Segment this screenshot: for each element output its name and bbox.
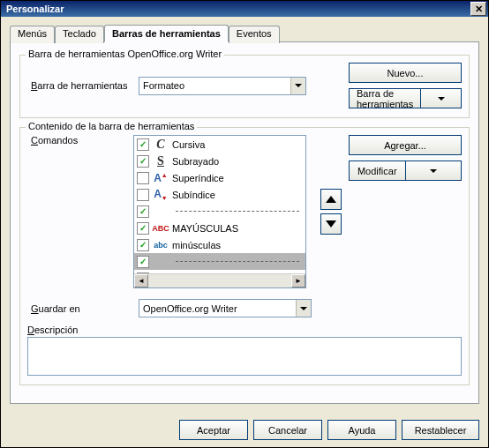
close-button[interactable]: ✕ (470, 2, 486, 16)
list-item[interactable]: A▼ Subíndice (134, 186, 305, 203)
toolbar-label: Barra de herramientas (27, 80, 133, 91)
tab-menus[interactable]: Menús (10, 26, 55, 43)
tab-barras[interactable]: Barras de herramientas (104, 25, 229, 42)
chevron-down-icon (406, 161, 463, 181)
commands-label: Comandos (27, 135, 133, 146)
separator-icon (176, 261, 299, 262)
save-in-select[interactable]: OpenOffice.org Writer (139, 299, 312, 317)
list-item-separator[interactable]: ✓ (134, 203, 305, 220)
checkbox[interactable]: ✓ (137, 155, 149, 168)
content-group-legend: Contenido de la barra de herramientas (26, 121, 197, 131)
checkbox[interactable] (137, 189, 149, 201)
save-in-label: Guardar en (27, 303, 133, 314)
tab-strip: Menús Teclado Barras de herramientas Eve… (10, 24, 479, 41)
horizontal-scrollbar[interactable]: ◄ ► (134, 273, 305, 287)
modify-button[interactable]: Modificar (349, 161, 462, 181)
toolbar-menu-button[interactable]: Barra de herramientas (349, 88, 462, 108)
new-button[interactable]: Nuevo... (349, 63, 462, 83)
tab-teclado[interactable]: Teclado (55, 26, 104, 43)
chevron-down-icon (421, 88, 462, 108)
titlebar: Personalizar ✕ (1, 1, 488, 17)
save-in-value: OpenOffice.org Writer (139, 303, 296, 314)
checkbox[interactable]: ✓ (137, 239, 149, 251)
commands-list: ✓ C Cursiva ✓ S Subrayado A (134, 136, 305, 273)
checkbox[interactable]: ✓ (137, 138, 149, 151)
ok-button[interactable]: Aceptar (179, 420, 248, 440)
checkbox[interactable]: ✓ (137, 222, 149, 235)
content-group: Contenido de la barra de herramientas Co… (19, 127, 470, 385)
checkbox[interactable]: ✓ (137, 256, 149, 268)
list-item[interactable]: ✓ S Subrayado (134, 153, 305, 169)
content-area: Menús Teclado Barras de herramientas Eve… (1, 17, 488, 413)
help-button[interactable]: Ayuda (327, 420, 396, 440)
toolbar-select[interactable]: Formateo (139, 77, 306, 95)
toolbar-group: Barra de herramientas OpenOffice.org Wri… (19, 55, 470, 118)
scroll-right-icon[interactable]: ► (291, 274, 305, 287)
scroll-left-icon[interactable]: ◄ (134, 274, 148, 287)
checkbox[interactable] (137, 172, 149, 184)
dropdown-icon (290, 78, 305, 94)
lowercase-icon: abc (153, 241, 169, 250)
checkbox[interactable]: ✓ (137, 205, 149, 218)
italic-icon: C (153, 138, 169, 152)
arrow-up-icon (326, 196, 336, 203)
superscript-icon: A▲ (153, 172, 169, 184)
cancel-button[interactable]: Cancelar (253, 420, 322, 440)
move-down-button[interactable] (320, 213, 342, 235)
dropdown-icon (296, 300, 311, 317)
list-item[interactable]: ✓ C Cursiva (134, 136, 305, 153)
arrow-down-icon (326, 220, 336, 228)
list-item[interactable]: A▲ Superíndice (134, 169, 305, 186)
uppercase-icon: ABC (153, 224, 169, 233)
toolbar-select-value: Formateo (139, 80, 290, 91)
window-title: Personalizar (6, 4, 470, 14)
close-icon: ✕ (475, 4, 483, 15)
description-box (27, 337, 462, 376)
separator-icon (176, 211, 299, 212)
subscript-icon: A▼ (153, 188, 169, 201)
dialog-buttons: Aceptar Cancelar Ayuda Restablecer (1, 413, 488, 447)
description-label: Descripción (27, 325, 462, 335)
reset-button[interactable]: Restablecer (402, 420, 479, 440)
list-item[interactable]: ✓ ABC MAYÚSCULAS (134, 220, 305, 236)
list-item[interactable]: ✓ abc minúsculas (134, 236, 305, 253)
list-item-separator[interactable]: ✓ (134, 253, 305, 270)
move-up-button[interactable] (320, 189, 342, 210)
tab-panel: Barra de herramientas OpenOffice.org Wri… (10, 41, 479, 404)
commands-listbox[interactable]: ✓ C Cursiva ✓ S Subrayado A (133, 135, 306, 288)
toolbar-group-legend: Barra de herramientas OpenOffice.org Wri… (26, 49, 224, 59)
tab-eventos[interactable]: Eventos (229, 26, 280, 43)
underline-icon: S (153, 154, 169, 168)
add-button[interactable]: Agregar... (349, 135, 462, 155)
dialog-window: Personalizar ✕ Menús Teclado Barras de h… (0, 0, 489, 448)
